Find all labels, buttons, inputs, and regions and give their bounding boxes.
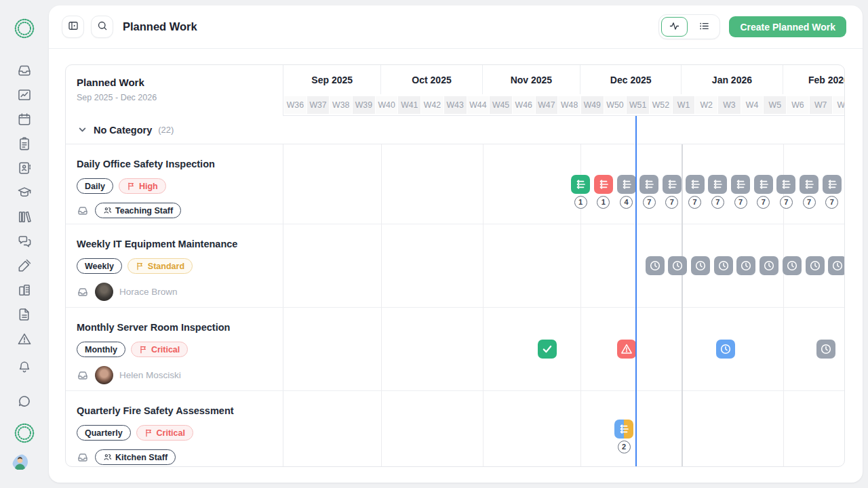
category-row[interactable]: No Category (22) bbox=[66, 116, 844, 144]
frequency-badge: Monthly bbox=[77, 342, 125, 357]
gantt-title: Planned Work bbox=[77, 77, 272, 88]
work-marker-list[interactable] bbox=[708, 175, 727, 194]
sidebar-item-clipboard-icon[interactable] bbox=[17, 136, 33, 152]
inbox-icon bbox=[77, 205, 89, 217]
sidebar-item-office-icon[interactable] bbox=[17, 283, 33, 298]
task-row[interactable]: Quarterly Fire Safety AssessmentQuarterl… bbox=[66, 391, 844, 467]
work-marker-clock[interactable] bbox=[716, 340, 735, 359]
task-title: Daily Office Safety Inspection bbox=[77, 159, 272, 169]
work-marker-list[interactable] bbox=[776, 175, 795, 194]
activity-icon bbox=[669, 20, 680, 34]
week-label: W7 bbox=[809, 96, 832, 114]
app-root: Planned Work Create Planned Work bbox=[0, 0, 868, 488]
app-logo bbox=[11, 15, 38, 42]
work-marker-clock[interactable] bbox=[806, 256, 825, 275]
work-marker-list[interactable] bbox=[571, 175, 590, 194]
category-label: No Category bbox=[94, 125, 152, 136]
month-label: Dec 2025 bbox=[580, 65, 682, 94]
week-label: W38 bbox=[329, 96, 352, 114]
work-marker-list[interactable] bbox=[686, 175, 705, 194]
timeline-view-button[interactable] bbox=[661, 17, 688, 37]
inbox-icon bbox=[77, 451, 89, 464]
week-label: W52 bbox=[649, 96, 672, 114]
sidebar-item-inbox-icon[interactable] bbox=[17, 63, 33, 79]
brand-wreath-icon[interactable] bbox=[11, 420, 38, 447]
sidebar-item-notifications-icon[interactable] bbox=[17, 360, 33, 375]
work-marker-clock[interactable] bbox=[783, 256, 802, 275]
app-sidebar bbox=[0, 0, 49, 488]
work-marker-list[interactable] bbox=[823, 175, 842, 194]
panel-toggle-icon bbox=[67, 20, 79, 34]
gantt-panel: Planned Work Sep 2025 - Dec 2026 Sep 202… bbox=[65, 64, 845, 467]
work-marker-check[interactable] bbox=[538, 340, 557, 359]
list-view-button[interactable] bbox=[691, 17, 717, 37]
week-label: W4 bbox=[741, 96, 764, 114]
timeline-header: Sep 2025Oct 2025Nov 2025Dec 2025Jan 2026… bbox=[283, 65, 844, 116]
work-marker-clock[interactable] bbox=[760, 256, 778, 275]
priority-badge: High bbox=[119, 178, 166, 194]
sidebar-item-compose-icon[interactable] bbox=[17, 258, 33, 274]
avatar bbox=[95, 366, 113, 384]
task-info: Weekly IT Equipment MaintenanceWeeklySta… bbox=[66, 224, 283, 307]
task-info: Daily Office Safety InspectionDailyHighT… bbox=[66, 144, 283, 224]
marker-count: 7 bbox=[688, 196, 701, 209]
rows-container: Daily Office Safety InspectionDailyHighT… bbox=[66, 144, 844, 467]
work-marker-list[interactable] bbox=[663, 175, 682, 194]
work-marker-clock[interactable] bbox=[668, 256, 687, 275]
flag-icon bbox=[127, 182, 136, 190]
main-card: Planned Work Create Planned Work bbox=[49, 5, 863, 483]
work-marker-clock[interactable] bbox=[828, 256, 844, 275]
work-marker-list[interactable] bbox=[731, 175, 750, 194]
category-count: (22) bbox=[158, 125, 174, 135]
month-label: Nov 2025 bbox=[483, 65, 580, 94]
work-marker-list[interactable] bbox=[617, 175, 636, 194]
work-marker-list[interactable] bbox=[639, 175, 658, 194]
frequency-badge: Quarterly bbox=[77, 425, 131, 441]
team-icon bbox=[103, 206, 112, 215]
work-marker-clock[interactable] bbox=[646, 256, 665, 275]
sidebar-item-calendar-icon[interactable] bbox=[17, 112, 33, 127]
work-marker-clock[interactable] bbox=[691, 256, 710, 275]
task-row[interactable]: Monthly Server Room InspectionMonthlyCri… bbox=[66, 308, 844, 391]
search-button[interactable] bbox=[91, 16, 113, 38]
sidebar-item-analytics-icon[interactable] bbox=[17, 87, 33, 103]
sidebar-item-education-icon[interactable] bbox=[17, 185, 33, 201]
collapse-sidebar-button[interactable] bbox=[62, 16, 84, 38]
flag-icon bbox=[139, 345, 148, 354]
inbox-icon bbox=[77, 286, 89, 298]
work-marker-list[interactable] bbox=[594, 175, 613, 194]
work-marker-clock[interactable] bbox=[736, 256, 755, 275]
sidebar-item-document-icon[interactable] bbox=[17, 307, 33, 323]
marker-count: 7 bbox=[780, 196, 793, 209]
gantt-header: Planned Work Sep 2025 - Dec 2026 Sep 202… bbox=[66, 65, 844, 116]
view-toggle bbox=[658, 14, 720, 39]
sidebar-item-issues-icon[interactable] bbox=[17, 331, 33, 347]
work-marker-warning[interactable] bbox=[617, 340, 636, 359]
flag-icon bbox=[144, 428, 153, 437]
work-marker-clock[interactable] bbox=[816, 340, 835, 359]
work-marker-list[interactable] bbox=[614, 420, 633, 439]
task-title: Monthly Server Room Inspection bbox=[77, 322, 272, 333]
page-title: Planned Work bbox=[123, 20, 197, 33]
sidebar-item-contacts-icon[interactable] bbox=[17, 161, 33, 176]
priority-badge: Critical bbox=[131, 342, 188, 357]
frequency-badge: Daily bbox=[77, 178, 113, 194]
task-row[interactable]: Daily Office Safety InspectionDailyHighT… bbox=[66, 144, 844, 224]
work-marker-clock[interactable] bbox=[714, 256, 733, 275]
sidebar-item-chat-icon[interactable] bbox=[17, 394, 33, 409]
marker-count: 7 bbox=[757, 196, 770, 209]
task-row[interactable]: Weekly IT Equipment MaintenanceWeeklySta… bbox=[66, 224, 844, 308]
user-avatar[interactable] bbox=[12, 454, 37, 479]
task-title: Quarterly Fire Safety Assessment bbox=[77, 405, 272, 416]
chevron-down-icon[interactable] bbox=[77, 125, 87, 135]
badge-line: DailyHigh bbox=[77, 178, 272, 194]
create-planned-work-button[interactable]: Create Planned Work bbox=[729, 16, 846, 37]
sidebar-item-library-icon[interactable] bbox=[17, 209, 33, 225]
week-label: W47 bbox=[535, 96, 558, 114]
sidebar-item-messages-icon[interactable] bbox=[17, 234, 33, 249]
work-marker-list[interactable] bbox=[754, 175, 773, 194]
task-timeline: 2 bbox=[283, 391, 844, 466]
work-marker-list[interactable] bbox=[800, 175, 818, 194]
badge-line: MonthlyCritical bbox=[77, 342, 272, 357]
week-label: W49 bbox=[580, 96, 604, 114]
